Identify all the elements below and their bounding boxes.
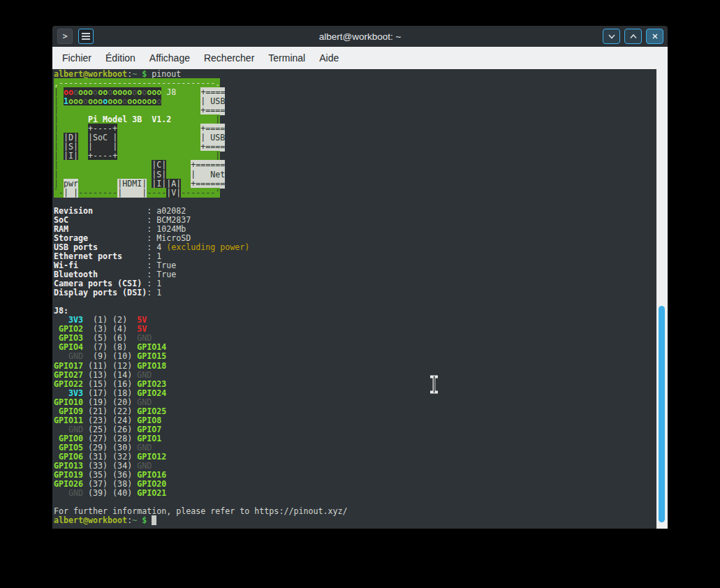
terminal-line: | |C| +====== <box>54 161 668 170</box>
maximize-button[interactable] <box>624 29 642 44</box>
ibeam-mouse-cursor <box>429 375 439 394</box>
scrollbar-thumb[interactable] <box>659 306 665 522</box>
desktop: > albert@workboot: ~ <box>0 0 720 588</box>
minimize-button[interactable] <box>603 29 620 44</box>
terminal-screen[interactable]: albert@workboot:~ $ pinout,-------------… <box>52 69 668 529</box>
terminal-line: | pwr |HDMI| |I||A| +====== <box>54 179 668 189</box>
menu-item-fichier[interactable]: Fichier <box>57 52 96 64</box>
menu-item-affichage[interactable]: Affichage <box>145 52 195 64</box>
chevron-up-icon <box>629 31 638 41</box>
titlebar[interactable]: > albert@workboot: ~ <box>52 26 668 47</box>
scrollbar-track[interactable] <box>656 69 668 529</box>
menu-item-edition[interactable]: Édition <box>101 52 140 64</box>
terminal-line: GND (39) (40) GPIO21 <box>54 489 668 498</box>
terminal-line: albert@workboot:~ $ <box>54 516 668 525</box>
close-icon <box>650 31 660 41</box>
menu-item-terminal[interactable]: Terminal <box>263 52 310 64</box>
close-button[interactable] <box>646 29 663 44</box>
menu-item-rechercher[interactable]: Rechercher <box>199 52 259 64</box>
menu-item-aide[interactable]: Aide <box>314 52 344 64</box>
terminal-line: | |S| | Net <box>54 170 668 179</box>
terminal-output: albert@workboot:~ $ pinout,-------------… <box>52 69 668 525</box>
window-title: albert@workboot: ~ <box>52 26 668 47</box>
terminal-line: Display ports (DSI): 1 <box>54 288 668 297</box>
terminal-window: > albert@workboot: ~ <box>52 26 668 529</box>
terminal-line: `-| |--------| |----|V|-------' <box>54 189 668 198</box>
terminal-line <box>54 297 668 307</box>
chevron-down-icon <box>607 31 617 41</box>
menubar: FichierÉditionAffichageRechercherTermina… <box>52 47 668 69</box>
